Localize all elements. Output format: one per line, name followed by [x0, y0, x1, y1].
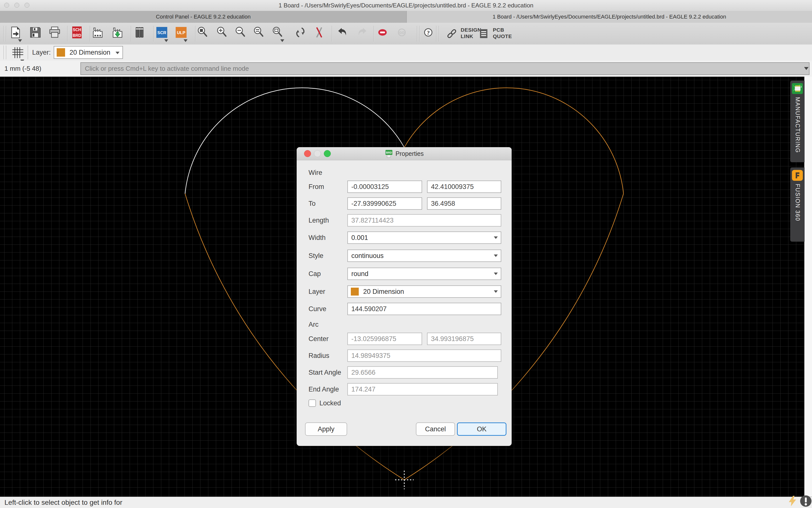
- print-button[interactable]: [48, 25, 62, 43]
- layer-color-swatch: [351, 288, 359, 296]
- editor-tabbar: Control Panel - EAGLE 9.2.2 education 1 …: [0, 11, 812, 23]
- fusion-360-panel-tab[interactable]: FUSION 360: [790, 167, 805, 242]
- to-y-input[interactable]: [427, 197, 501, 210]
- svg-text:BRD: BRD: [73, 33, 81, 38]
- layer-field-label: Layer: [309, 285, 325, 298]
- apply-button[interactable]: Apply: [305, 422, 347, 436]
- run-ulp-button[interactable]: ULP: [174, 25, 188, 43]
- mitre-x-icon: [313, 26, 326, 39]
- zoom-out-icon: [234, 26, 247, 39]
- toolbar-handle: [6, 26, 6, 42]
- toolbar-separator: [436, 26, 437, 42]
- zoom-in-icon: [216, 26, 229, 39]
- style-label: Style: [309, 250, 323, 262]
- grid-settings-button[interactable]: [11, 45, 25, 63]
- dialog-titlebar[interactable]: BRD Properties: [297, 147, 512, 160]
- run-script-button[interactable]: SCR: [155, 25, 169, 43]
- from-y-input[interactable]: [427, 180, 501, 193]
- layer-color-swatch: [57, 48, 65, 57]
- svg-text:BRD: BRD: [386, 151, 392, 154]
- locked-label: Locked: [319, 399, 341, 407]
- end-angle-input: [348, 383, 498, 395]
- grid-icon: [11, 46, 24, 59]
- length-input: [348, 214, 501, 226]
- redraw-button[interactable]: [293, 25, 307, 43]
- locked-checkbox[interactable]: [309, 399, 316, 407]
- eagle-board-window: 1 Board - /Users/MrSwirlyEyes/Documents/…: [0, 0, 812, 508]
- command-line-input[interactable]: [80, 62, 810, 75]
- status-bar: Left-click to select object to get info …: [0, 497, 812, 508]
- layer-bar: Layer: 20 Dimension: [0, 45, 812, 61]
- library-button[interactable]: [133, 25, 147, 43]
- undo-button[interactable]: [336, 25, 350, 43]
- tab-control-panel[interactable]: Control Panel - EAGLE 9.2.2 education: [0, 11, 407, 23]
- new-document-button[interactable]: [9, 25, 23, 43]
- style-select[interactable]: continuous: [348, 250, 501, 262]
- toolbar-separator: [374, 26, 374, 42]
- layer-select[interactable]: 20 Dimension: [54, 46, 123, 59]
- zoom-select-button[interactable]: [271, 25, 285, 43]
- cancel-button[interactable]: Cancel: [416, 422, 455, 436]
- ok-button[interactable]: OK: [457, 422, 506, 436]
- toolbar-separator: [417, 26, 417, 42]
- redo-button[interactable]: [355, 25, 369, 43]
- cursor-coordinates: 1 mm (-5 48): [4, 60, 41, 77]
- command-bar: 1 mm (-5 48): [0, 60, 812, 77]
- radius-input: [348, 349, 501, 362]
- chevron-down-icon: [494, 254, 498, 257]
- manufacturing-panel-tab[interactable]: MANUFACTURING: [790, 81, 805, 162]
- toolbar-handle: [6, 45, 6, 59]
- factory-download-icon: [111, 26, 124, 39]
- svg-text:SCR: SCR: [157, 31, 166, 35]
- from-label: From: [309, 180, 324, 193]
- dialog-layer-value: 20 Dimension: [363, 286, 404, 297]
- toolbar-separator: [67, 26, 68, 42]
- chevron-down-icon: [184, 39, 188, 42]
- help-button[interactable]: ?: [421, 25, 435, 43]
- cap-select[interactable]: round: [348, 267, 501, 280]
- stop-button[interactable]: [375, 25, 390, 43]
- from-x-input[interactable]: [348, 180, 422, 193]
- zoom-exact-button[interactable]: [252, 25, 266, 43]
- zoom-in-button[interactable]: [215, 25, 229, 43]
- refresh-icon: [294, 26, 307, 39]
- pcb-quote-button[interactable]: PCB QUOTE: [478, 27, 525, 41]
- chevron-down-icon: [494, 290, 498, 293]
- section-arc-label: Arc: [309, 318, 319, 331]
- autorouter-lightning-icon[interactable]: [787, 495, 798, 507]
- dialog-layer-select[interactable]: 20 Dimension: [348, 285, 501, 298]
- fusion-icon: [792, 170, 803, 181]
- zoom-fit-button[interactable]: [196, 25, 210, 43]
- zoom-select-icon: [272, 26, 284, 39]
- to-x-input[interactable]: [348, 197, 422, 210]
- toolbar-handle: [3, 26, 4, 42]
- mitre-button[interactable]: [313, 25, 327, 43]
- ulp-icon: ULP: [175, 26, 188, 39]
- undo-icon: [336, 26, 349, 39]
- go-button[interactable]: GO: [395, 25, 409, 43]
- chevron-down-icon: [164, 39, 168, 42]
- brd-file-icon: BRD: [385, 150, 393, 158]
- dialog-title: BRD Properties: [297, 147, 512, 160]
- library-books-icon: [133, 26, 146, 39]
- svg-text:ULP: ULP: [177, 31, 185, 35]
- curve-input[interactable]: [348, 303, 501, 315]
- zoom-out-button[interactable]: [234, 25, 248, 43]
- manufacturing-output-button[interactable]: [111, 25, 124, 43]
- save-icon: [29, 26, 42, 39]
- svg-text:?: ?: [427, 30, 430, 36]
- quote-document-icon: [478, 27, 490, 40]
- center-x-input: [348, 333, 422, 345]
- tab-board-editor[interactable]: 1 Board - /Users/MrSwirlyEyes/Documents/…: [407, 11, 812, 23]
- errors-warning-icon[interactable]: [800, 495, 812, 507]
- sch-brd-swap-button[interactable]: SCH BRD: [70, 25, 84, 43]
- width-label: Width: [309, 231, 326, 244]
- toolbar-separator: [153, 26, 154, 42]
- command-history-chevron-icon[interactable]: [804, 67, 809, 70]
- new-document-icon: [9, 26, 22, 39]
- scr-icon: SCR: [155, 26, 168, 39]
- save-button[interactable]: [29, 25, 42, 43]
- cam-processor-button[interactable]: [91, 25, 105, 43]
- toolbar-separator: [195, 26, 196, 42]
- width-select[interactable]: 0.001: [348, 231, 501, 244]
